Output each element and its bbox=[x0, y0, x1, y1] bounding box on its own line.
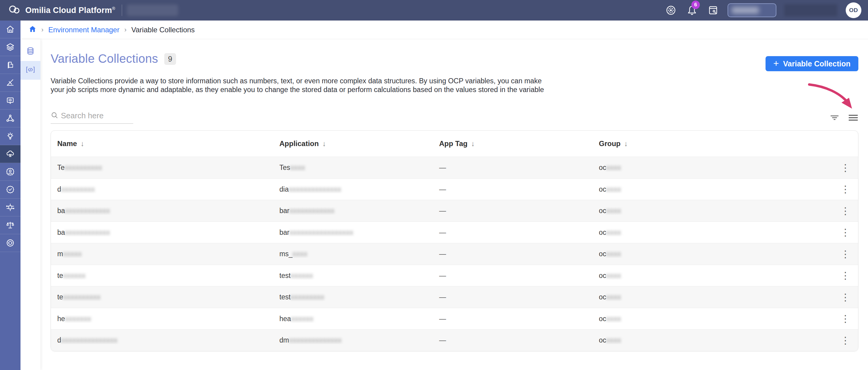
badge-check-icon bbox=[6, 185, 15, 194]
sidebar-filler bbox=[0, 252, 21, 370]
kebab-menu-icon[interactable]: ⋮ bbox=[833, 336, 858, 345]
sidebar-item-dialogs[interactable] bbox=[0, 92, 21, 110]
redacted-text: xxxxxxxxxx bbox=[63, 293, 101, 301]
cell-name: dxxxxxxxxx bbox=[51, 185, 273, 194]
redacted-text: xxxxxxxxx bbox=[61, 185, 95, 193]
breadcrumb-link-environment-manager[interactable]: Environment Manager bbox=[48, 26, 119, 34]
cell-application: diaxxxxxxxxxxxxxx bbox=[273, 185, 433, 194]
search-box bbox=[51, 111, 133, 124]
cell-application: ms_xxxx bbox=[273, 250, 433, 258]
cell-app-tag: — bbox=[433, 228, 592, 237]
cell-name: baxxxxxxxxxxxx bbox=[51, 207, 273, 215]
sidebar-item-user-admin[interactable] bbox=[0, 163, 21, 181]
cell-name: baxxxxxxxxxxxx bbox=[51, 228, 273, 237]
hamburger-icon[interactable] bbox=[848, 113, 858, 122]
kebab-menu-icon[interactable]: ⋮ bbox=[833, 314, 858, 323]
count-badge: 9 bbox=[164, 53, 176, 65]
sort-arrow-icon[interactable]: ↓ bbox=[322, 139, 326, 148]
column-header-group: Group↓ bbox=[592, 139, 761, 148]
lifebuoy-icon bbox=[6, 238, 15, 248]
sort-arrow-icon[interactable]: ↓ bbox=[81, 139, 84, 148]
sidebar-item-orchestrator[interactable] bbox=[0, 110, 21, 127]
voice-chat-icon bbox=[6, 96, 15, 105]
kebab-menu-icon[interactable]: ⋮ bbox=[833, 206, 858, 216]
redacted-text: xxxxxxxxxxxx bbox=[289, 207, 335, 215]
table-row[interactable]: baxxxxxxxxxxxx barxxxxxxxxxxxx — ocxxxx … bbox=[51, 200, 858, 222]
filter-icon[interactable] bbox=[830, 114, 839, 122]
sidebar-item-environment-manager[interactable] bbox=[0, 145, 21, 163]
table-row[interactable]: texxxxxx testxxxxxx — ocxxxx ⋮ bbox=[51, 265, 858, 286]
breadcrumb-separator: › bbox=[124, 26, 126, 34]
product-name: Omilia Cloud Platform® bbox=[25, 6, 115, 15]
table-row[interactable]: hexxxxxxx heaxxxxxx — ocxxxx ⋮ bbox=[51, 308, 858, 330]
cell-app-tag: — bbox=[433, 207, 592, 215]
bell-icon[interactable]: 6 bbox=[687, 5, 698, 16]
cell-name: texxxxxx bbox=[51, 272, 273, 280]
add-variable-collection-button[interactable]: + Variable Collection bbox=[766, 56, 858, 71]
redacted-text: xxxxxxxxx bbox=[290, 293, 324, 301]
add-button-label: Variable Collection bbox=[783, 59, 850, 68]
redacted-text: xxxx bbox=[606, 250, 621, 258]
table-row[interactable]: baxxxxxxxxxxxx barxxxxxxxxxxxxxxxxx — oc… bbox=[51, 222, 858, 243]
table-row[interactable]: dxxxxxxxxx diaxxxxxxxxxxxxxx — ocxxxx ⋮ bbox=[51, 178, 858, 200]
sidebar-item-quality[interactable] bbox=[0, 181, 21, 199]
cell-application: barxxxxxxxxxxxx bbox=[273, 207, 433, 215]
column-header-app-tag: App Tag↓ bbox=[433, 139, 592, 148]
redacted-text: xxxxxx bbox=[291, 315, 313, 323]
mini-sidebar-item-data[interactable] bbox=[21, 42, 40, 61]
mini-sidebar-item-variable-collections[interactable] bbox=[21, 61, 40, 80]
kebab-menu-icon[interactable]: ⋮ bbox=[833, 271, 858, 280]
kebab-menu-icon[interactable]: ⋮ bbox=[833, 249, 858, 259]
release-notes-icon[interactable] bbox=[708, 5, 718, 16]
cell-group: ocxxxx bbox=[592, 185, 761, 194]
cell-app-tag: — bbox=[433, 315, 592, 323]
notification-badge: 6 bbox=[691, 1, 700, 9]
sort-arrow-icon[interactable]: ↓ bbox=[624, 139, 628, 148]
sidebar-item-compliance[interactable] bbox=[0, 217, 21, 234]
cell-group: ocxxxx bbox=[592, 315, 761, 323]
sort-arrow-icon[interactable]: ↓ bbox=[471, 139, 475, 148]
sidebar-item-builder[interactable] bbox=[0, 56, 21, 74]
kebab-menu-icon[interactable]: ⋮ bbox=[833, 228, 858, 237]
cell-app-tag: — bbox=[433, 293, 592, 301]
sidebar-item-integrations[interactable] bbox=[0, 199, 21, 217]
cloud-logo-icon bbox=[8, 4, 21, 16]
redacted-text: xxxxxxx bbox=[65, 315, 92, 323]
sidebar-item-analytics[interactable] bbox=[0, 74, 21, 92]
avatar[interactable]: OD bbox=[846, 2, 861, 18]
cell-application: testxxxxxxxxx bbox=[273, 293, 433, 301]
code-brackets-icon bbox=[26, 65, 35, 76]
table-row[interactable]: texxxxxxxxxx testxxxxxxxxx — ocxxxx ⋮ bbox=[51, 286, 858, 308]
topbar-divider bbox=[122, 4, 122, 16]
scale-icon bbox=[6, 221, 15, 230]
sidebar-item-insights[interactable] bbox=[0, 127, 21, 145]
redacted-text: xxxxxxxxxxxxxx bbox=[289, 336, 342, 344]
tenant-selector[interactable] bbox=[727, 3, 776, 17]
table-row[interactable]: mxxxxx ms_xxxx — ocxxxx ⋮ bbox=[51, 243, 858, 265]
kebab-menu-icon[interactable]: ⋮ bbox=[833, 184, 858, 194]
redacted-text-blur bbox=[784, 4, 837, 16]
breadcrumb-home-icon[interactable] bbox=[29, 25, 36, 35]
redacted-text: xxxx bbox=[606, 315, 621, 323]
redacted-text: xxxxxxxxxxxxxxx bbox=[61, 336, 118, 344]
redacted-text: xxxxxx bbox=[63, 272, 86, 280]
block-icon bbox=[6, 61, 14, 69]
breadcrumb-current: Variable Collections bbox=[131, 26, 195, 34]
sidebar-item-applications[interactable] bbox=[0, 38, 21, 56]
cell-name: texxxxxxxxxx bbox=[51, 293, 273, 301]
cell-group: ocxxxx bbox=[592, 272, 761, 280]
sidebar-item-support[interactable] bbox=[0, 234, 21, 252]
plus-icon: + bbox=[773, 59, 779, 68]
table-row[interactable]: dxxxxxxxxxxxxxxx dmxxxxxxxxxxxxxx — ocxx… bbox=[51, 329, 858, 351]
settings-sun-icon[interactable] bbox=[665, 5, 676, 16]
cell-app-tag: — bbox=[433, 336, 592, 344]
table-body: Texxxxxxxxxx Tesxxxx — ocxxxx ⋮ dxxxxxxx… bbox=[51, 156, 858, 351]
kebab-menu-icon[interactable]: ⋮ bbox=[833, 163, 858, 173]
search-input[interactable] bbox=[61, 111, 133, 120]
kebab-menu-icon[interactable]: ⋮ bbox=[833, 292, 858, 302]
redacted-text: xxxx bbox=[606, 207, 621, 215]
cell-application: dmxxxxxxxxxxxxxx bbox=[273, 336, 433, 344]
table-row[interactable]: Texxxxxxxxxx Tesxxxx — ocxxxx ⋮ bbox=[51, 156, 858, 178]
sidebar-item-home[interactable] bbox=[0, 21, 21, 38]
network-icon bbox=[6, 114, 15, 123]
